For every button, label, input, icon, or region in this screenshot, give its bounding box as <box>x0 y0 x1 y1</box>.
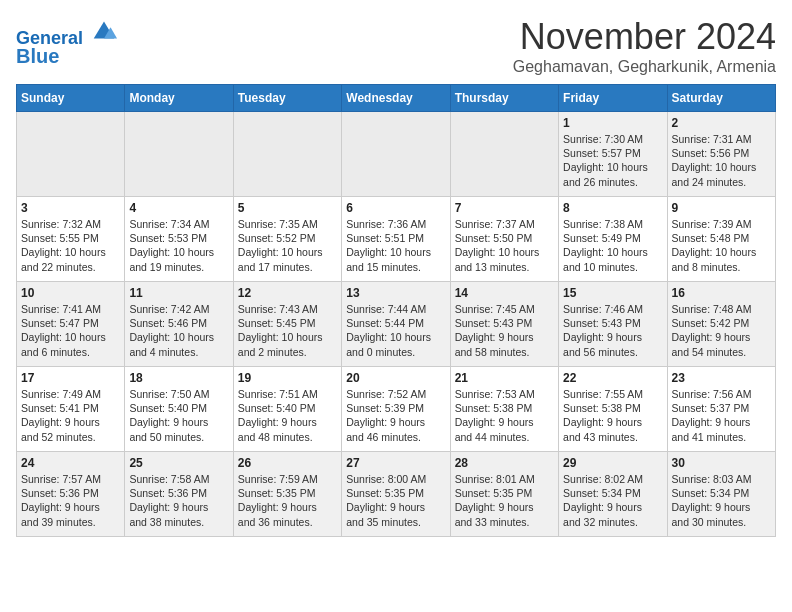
day-info: Sunrise: 7:35 AMSunset: 5:52 PMDaylight:… <box>238 217 337 274</box>
calendar-cell: 24Sunrise: 7:57 AMSunset: 5:36 PMDayligh… <box>17 452 125 537</box>
day-info: Sunrise: 7:41 AMSunset: 5:47 PMDaylight:… <box>21 302 120 359</box>
day-number: 7 <box>455 201 554 215</box>
calendar-cell: 10Sunrise: 7:41 AMSunset: 5:47 PMDayligh… <box>17 282 125 367</box>
day-info: Sunrise: 7:39 AMSunset: 5:48 PMDaylight:… <box>672 217 771 274</box>
calendar-cell: 27Sunrise: 8:00 AMSunset: 5:35 PMDayligh… <box>342 452 450 537</box>
calendar-cell: 11Sunrise: 7:42 AMSunset: 5:46 PMDayligh… <box>125 282 233 367</box>
calendar-cell <box>450 112 558 197</box>
calendar-cell: 18Sunrise: 7:50 AMSunset: 5:40 PMDayligh… <box>125 367 233 452</box>
calendar-week-row: 1Sunrise: 7:30 AMSunset: 5:57 PMDaylight… <box>17 112 776 197</box>
day-number: 9 <box>672 201 771 215</box>
calendar-header-row: SundayMondayTuesdayWednesdayThursdayFrid… <box>17 85 776 112</box>
calendar-cell: 22Sunrise: 7:55 AMSunset: 5:38 PMDayligh… <box>559 367 667 452</box>
calendar-week-row: 17Sunrise: 7:49 AMSunset: 5:41 PMDayligh… <box>17 367 776 452</box>
calendar-cell <box>233 112 341 197</box>
calendar-cell: 14Sunrise: 7:45 AMSunset: 5:43 PMDayligh… <box>450 282 558 367</box>
day-number: 25 <box>129 456 228 470</box>
calendar-cell <box>125 112 233 197</box>
calendar-cell: 16Sunrise: 7:48 AMSunset: 5:42 PMDayligh… <box>667 282 775 367</box>
day-info: Sunrise: 8:03 AMSunset: 5:34 PMDaylight:… <box>672 472 771 529</box>
calendar-cell: 9Sunrise: 7:39 AMSunset: 5:48 PMDaylight… <box>667 197 775 282</box>
logo-text: General <box>16 16 118 49</box>
calendar-cell: 19Sunrise: 7:51 AMSunset: 5:40 PMDayligh… <box>233 367 341 452</box>
day-number: 30 <box>672 456 771 470</box>
day-info: Sunrise: 7:45 AMSunset: 5:43 PMDaylight:… <box>455 302 554 359</box>
calendar-cell: 26Sunrise: 7:59 AMSunset: 5:35 PMDayligh… <box>233 452 341 537</box>
day-number: 17 <box>21 371 120 385</box>
calendar-cell: 15Sunrise: 7:46 AMSunset: 5:43 PMDayligh… <box>559 282 667 367</box>
day-number: 14 <box>455 286 554 300</box>
weekday-header: Wednesday <box>342 85 450 112</box>
day-info: Sunrise: 7:43 AMSunset: 5:45 PMDaylight:… <box>238 302 337 359</box>
calendar-cell: 28Sunrise: 8:01 AMSunset: 5:35 PMDayligh… <box>450 452 558 537</box>
day-info: Sunrise: 8:02 AMSunset: 5:34 PMDaylight:… <box>563 472 662 529</box>
calendar-cell: 13Sunrise: 7:44 AMSunset: 5:44 PMDayligh… <box>342 282 450 367</box>
day-number: 29 <box>563 456 662 470</box>
day-info: Sunrise: 7:58 AMSunset: 5:36 PMDaylight:… <box>129 472 228 529</box>
day-info: Sunrise: 7:52 AMSunset: 5:39 PMDaylight:… <box>346 387 445 444</box>
day-info: Sunrise: 7:50 AMSunset: 5:40 PMDaylight:… <box>129 387 228 444</box>
day-info: Sunrise: 7:49 AMSunset: 5:41 PMDaylight:… <box>21 387 120 444</box>
day-info: Sunrise: 7:53 AMSunset: 5:38 PMDaylight:… <box>455 387 554 444</box>
day-number: 4 <box>129 201 228 215</box>
month-title: November 2024 <box>513 16 776 58</box>
day-number: 18 <box>129 371 228 385</box>
day-info: Sunrise: 8:00 AMSunset: 5:35 PMDaylight:… <box>346 472 445 529</box>
calendar-week-row: 10Sunrise: 7:41 AMSunset: 5:47 PMDayligh… <box>17 282 776 367</box>
calendar-cell: 21Sunrise: 7:53 AMSunset: 5:38 PMDayligh… <box>450 367 558 452</box>
day-info: Sunrise: 7:37 AMSunset: 5:50 PMDaylight:… <box>455 217 554 274</box>
day-number: 20 <box>346 371 445 385</box>
day-number: 24 <box>21 456 120 470</box>
calendar-cell: 6Sunrise: 7:36 AMSunset: 5:51 PMDaylight… <box>342 197 450 282</box>
day-number: 22 <box>563 371 662 385</box>
title-block: November 2024 Geghamavan, Gegharkunik, A… <box>513 16 776 76</box>
day-number: 2 <box>672 116 771 130</box>
calendar-cell: 8Sunrise: 7:38 AMSunset: 5:49 PMDaylight… <box>559 197 667 282</box>
day-info: Sunrise: 8:01 AMSunset: 5:35 PMDaylight:… <box>455 472 554 529</box>
weekday-header: Tuesday <box>233 85 341 112</box>
day-info: Sunrise: 7:36 AMSunset: 5:51 PMDaylight:… <box>346 217 445 274</box>
day-number: 21 <box>455 371 554 385</box>
calendar-cell: 2Sunrise: 7:31 AMSunset: 5:56 PMDaylight… <box>667 112 775 197</box>
day-info: Sunrise: 7:44 AMSunset: 5:44 PMDaylight:… <box>346 302 445 359</box>
day-info: Sunrise: 7:32 AMSunset: 5:55 PMDaylight:… <box>21 217 120 274</box>
calendar-cell: 7Sunrise: 7:37 AMSunset: 5:50 PMDaylight… <box>450 197 558 282</box>
location: Geghamavan, Gegharkunik, Armenia <box>513 58 776 76</box>
day-info: Sunrise: 7:31 AMSunset: 5:56 PMDaylight:… <box>672 132 771 189</box>
day-number: 28 <box>455 456 554 470</box>
calendar-cell <box>342 112 450 197</box>
weekday-header: Monday <box>125 85 233 112</box>
day-info: Sunrise: 7:34 AMSunset: 5:53 PMDaylight:… <box>129 217 228 274</box>
calendar-cell: 29Sunrise: 8:02 AMSunset: 5:34 PMDayligh… <box>559 452 667 537</box>
calendar-week-row: 3Sunrise: 7:32 AMSunset: 5:55 PMDaylight… <box>17 197 776 282</box>
day-number: 3 <box>21 201 120 215</box>
calendar-week-row: 24Sunrise: 7:57 AMSunset: 5:36 PMDayligh… <box>17 452 776 537</box>
day-number: 11 <box>129 286 228 300</box>
day-number: 8 <box>563 201 662 215</box>
day-info: Sunrise: 7:56 AMSunset: 5:37 PMDaylight:… <box>672 387 771 444</box>
calendar-cell: 17Sunrise: 7:49 AMSunset: 5:41 PMDayligh… <box>17 367 125 452</box>
calendar-cell: 1Sunrise: 7:30 AMSunset: 5:57 PMDaylight… <box>559 112 667 197</box>
day-number: 12 <box>238 286 337 300</box>
day-number: 16 <box>672 286 771 300</box>
page-header: General Blue November 2024 Geghamavan, G… <box>16 16 776 76</box>
day-number: 10 <box>21 286 120 300</box>
calendar-cell: 12Sunrise: 7:43 AMSunset: 5:45 PMDayligh… <box>233 282 341 367</box>
weekday-header: Saturday <box>667 85 775 112</box>
calendar-cell: 5Sunrise: 7:35 AMSunset: 5:52 PMDaylight… <box>233 197 341 282</box>
weekday-header: Friday <box>559 85 667 112</box>
logo-icon <box>90 16 118 44</box>
day-number: 1 <box>563 116 662 130</box>
day-info: Sunrise: 7:55 AMSunset: 5:38 PMDaylight:… <box>563 387 662 444</box>
day-number: 23 <box>672 371 771 385</box>
calendar-cell: 25Sunrise: 7:58 AMSunset: 5:36 PMDayligh… <box>125 452 233 537</box>
day-number: 27 <box>346 456 445 470</box>
day-number: 6 <box>346 201 445 215</box>
day-info: Sunrise: 7:59 AMSunset: 5:35 PMDaylight:… <box>238 472 337 529</box>
weekday-header: Sunday <box>17 85 125 112</box>
day-info: Sunrise: 7:42 AMSunset: 5:46 PMDaylight:… <box>129 302 228 359</box>
calendar-cell: 4Sunrise: 7:34 AMSunset: 5:53 PMDaylight… <box>125 197 233 282</box>
day-info: Sunrise: 7:48 AMSunset: 5:42 PMDaylight:… <box>672 302 771 359</box>
calendar-table: SundayMondayTuesdayWednesdayThursdayFrid… <box>16 84 776 537</box>
day-number: 26 <box>238 456 337 470</box>
